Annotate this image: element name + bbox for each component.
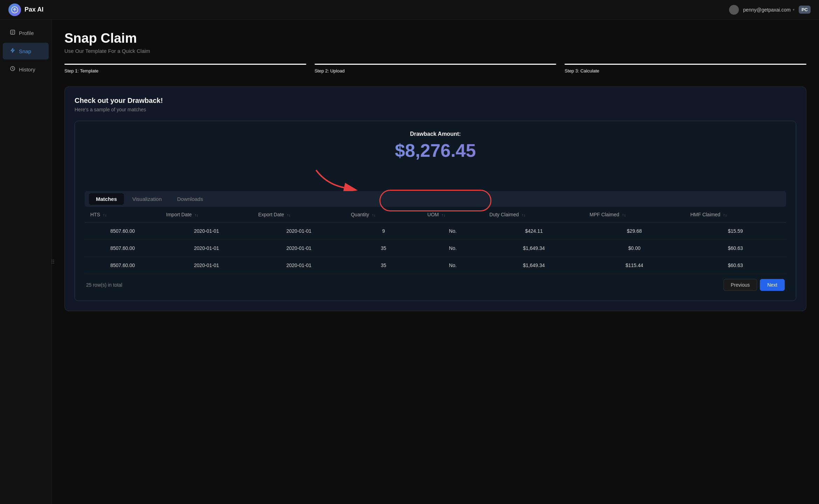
- tab-downloads[interactable]: Downloads: [170, 193, 210, 205]
- sort-qty-icon: ↑↓: [372, 213, 376, 217]
- page-subtitle: Use Our Template For a Quick Claim: [64, 48, 806, 54]
- col-hts[interactable]: HTS ↑↓: [85, 207, 161, 223]
- previous-button[interactable]: Previous: [723, 279, 757, 291]
- sort-import-icon: ↑↓: [195, 213, 198, 217]
- drawback-label: Drawback Amount:: [85, 131, 786, 137]
- col-duty-claimed[interactable]: Duty Claimed ↑↓: [484, 207, 584, 223]
- tab-visualization[interactable]: Visualization: [125, 193, 169, 205]
- table-row: 8507.60.002020-01-012020-01-019No.$424.1…: [85, 223, 786, 240]
- user-area: penny@getpaxai.com ▾ PC: [729, 5, 811, 15]
- sort-export-icon: ↑↓: [287, 213, 291, 217]
- table-row: 8507.60.002020-01-012020-01-0135No.$1,64…: [85, 257, 786, 274]
- sidebar-item-label-profile: Profile: [19, 30, 34, 36]
- col-export-date[interactable]: Export Date ↑↓: [253, 207, 345, 223]
- main-layout: Profile Snap History ⠿ Snap Claim Use Ou…: [0, 20, 819, 504]
- cell-mpf_claimed: $0.00: [584, 240, 685, 257]
- cell-quantity: 35: [345, 257, 422, 274]
- card-heading: Check out your Drawback!: [75, 97, 796, 105]
- logo-area: Pax AI: [8, 4, 43, 16]
- cell-import_date: 2020-01-01: [161, 223, 253, 240]
- cell-hts: 8507.60.00: [85, 240, 161, 257]
- main-card: Check out your Drawback! Here's a sample…: [64, 86, 806, 311]
- sort-mpf-icon: ↑↓: [622, 213, 626, 217]
- cell-hmf_claimed: $60.63: [685, 257, 786, 274]
- cell-hts: 8507.60.00: [85, 257, 161, 274]
- cell-export_date: 2020-01-01: [253, 240, 345, 257]
- sidebar: Profile Snap History ⠿: [0, 20, 52, 504]
- col-quantity[interactable]: Quantity ↑↓: [345, 207, 422, 223]
- step-3-bar: [565, 64, 806, 65]
- cell-duty_claimed: $1,649.34: [484, 257, 584, 274]
- user-initials: PC: [799, 6, 811, 14]
- pagination: Previous Next: [723, 279, 785, 291]
- step-3: Step 3: Calculate: [565, 64, 806, 77]
- cell-mpf_claimed: $115.44: [584, 257, 685, 274]
- cell-uom: No.: [422, 257, 484, 274]
- sort-duty-icon: ↑↓: [522, 213, 525, 217]
- sidebar-drag-handle[interactable]: ⠿: [51, 259, 55, 265]
- step-1: Step 1: Template: [64, 64, 306, 77]
- drawback-section: Drawback Amount: $8,276.45: [75, 121, 796, 301]
- col-hmf-claimed[interactable]: HMF Claimed ↑↓: [685, 207, 786, 223]
- user-email: penny@getpaxai.com ▾: [743, 7, 794, 13]
- step-1-label: Step 1: Template: [64, 68, 98, 74]
- col-mpf-claimed[interactable]: MPF Claimed ↑↓: [584, 207, 685, 223]
- history-icon: [10, 66, 15, 73]
- cell-import_date: 2020-01-01: [161, 257, 253, 274]
- logo-text: Pax AI: [24, 6, 43, 13]
- content-area: Snap Claim Use Our Template For a Quick …: [52, 20, 819, 504]
- cell-import_date: 2020-01-01: [161, 240, 253, 257]
- cell-export_date: 2020-01-01: [253, 257, 345, 274]
- cell-uom: No.: [422, 240, 484, 257]
- cell-uom: No.: [422, 223, 484, 240]
- table-footer: 25 row(s) in total Previous Next: [85, 274, 786, 291]
- top-header: Pax AI penny@getpaxai.com ▾ PC: [0, 0, 819, 20]
- sort-uom-icon: ↑↓: [442, 213, 446, 217]
- steps-indicator: Step 1: Template Step 2: Upload Step 3: …: [64, 64, 806, 77]
- page-title: Snap Claim: [64, 31, 806, 46]
- sidebar-item-label-snap: Snap: [19, 48, 31, 54]
- sidebar-item-label-history: History: [19, 66, 35, 72]
- cell-hmf_claimed: $60.63: [685, 240, 786, 257]
- tabs-bar: Matches Visualization Downloads: [85, 191, 786, 207]
- cell-quantity: 9: [345, 223, 422, 240]
- sort-hmf-icon: ↑↓: [723, 213, 727, 217]
- cell-hmf_claimed: $15.59: [685, 223, 786, 240]
- matches-table: HTS ↑↓ Import Date ↑↓ Export Date ↑↓ Qua…: [85, 207, 786, 274]
- snap-icon: [10, 48, 15, 55]
- table-row: 8507.60.002020-01-012020-01-0135No.$1,64…: [85, 240, 786, 257]
- table-header-row: HTS ↑↓ Import Date ↑↓ Export Date ↑↓ Qua…: [85, 207, 786, 223]
- dropdown-caret-icon[interactable]: ▾: [793, 8, 794, 12]
- col-uom[interactable]: UOM ↑↓: [422, 207, 484, 223]
- logo-icon: [8, 4, 21, 16]
- drawback-amount: $8,276.45: [85, 140, 786, 161]
- col-import-date[interactable]: Import Date ↑↓: [161, 207, 253, 223]
- step-3-label: Step 3: Calculate: [565, 68, 599, 74]
- step-2: Step 2: Upload: [315, 64, 556, 77]
- next-button[interactable]: Next: [760, 279, 785, 291]
- sidebar-item-profile[interactable]: Profile: [3, 24, 49, 41]
- cell-quantity: 35: [345, 240, 422, 257]
- tab-matches[interactable]: Matches: [89, 193, 124, 205]
- cell-hts: 8507.60.00: [85, 223, 161, 240]
- card-subheading: Here's a sample of your matches: [75, 107, 796, 112]
- sidebar-item-snap[interactable]: Snap: [3, 43, 49, 59]
- tab-wrapper: Matches Visualization Downloads: [85, 191, 786, 207]
- step-2-label: Step 2: Upload: [315, 68, 345, 74]
- annotation-arrow: [295, 167, 365, 191]
- step-1-bar: [64, 64, 306, 65]
- step-2-bar: [315, 64, 556, 65]
- cell-export_date: 2020-01-01: [253, 223, 345, 240]
- cell-duty_claimed: $1,649.34: [484, 240, 584, 257]
- user-avatar: [729, 5, 739, 15]
- table-container: HTS ↑↓ Import Date ↑↓ Export Date ↑↓ Qua…: [85, 207, 786, 274]
- sidebar-item-history[interactable]: History: [3, 61, 49, 78]
- profile-icon: [10, 29, 15, 36]
- cell-mpf_claimed: $29.68: [584, 223, 685, 240]
- sort-hts-icon: ↑↓: [103, 213, 107, 217]
- cell-duty_claimed: $424.11: [484, 223, 584, 240]
- row-count: 25 row(s) in total: [86, 282, 122, 288]
